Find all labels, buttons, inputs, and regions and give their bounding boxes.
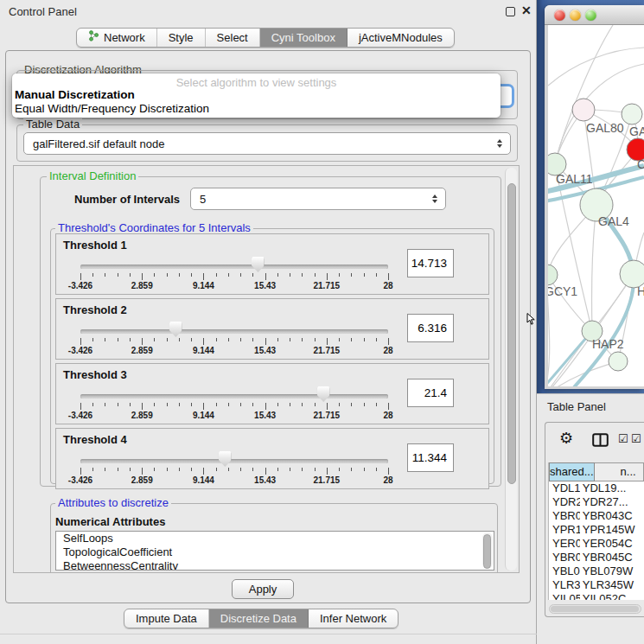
slider-thumb[interactable] (317, 386, 330, 402)
slider-tick (167, 403, 168, 406)
network-node[interactable] (572, 99, 595, 121)
threshold-value-field[interactable]: 11.344 (407, 443, 454, 472)
slider-tick (240, 468, 241, 471)
network-node[interactable] (548, 265, 558, 285)
table-row[interactable]: YER054CYER054C (549, 537, 644, 551)
cell-name[interactable]: YDL19... (580, 481, 644, 495)
network-node[interactable] (622, 104, 642, 124)
close-traffic-light-icon[interactable] (554, 10, 565, 21)
algorithm-option-equal-width[interactable]: Equal Width/Frequency Discretization (12, 102, 501, 116)
tab-discretize-data[interactable]: Discretize Data (209, 609, 309, 628)
slider-tick (277, 403, 278, 406)
cell-shared-name[interactable]: YDL19... (549, 481, 580, 495)
column-header-shared-name[interactable]: shared... (549, 462, 595, 481)
slider-thumb[interactable] (252, 257, 265, 272)
cell-shared-name[interactable]: YER054C (549, 537, 580, 551)
tab-impute-data[interactable]: Impute Data (124, 609, 209, 628)
split-columns-icon[interactable] (592, 433, 609, 450)
tab-select[interactable]: Select (206, 29, 260, 47)
table-row[interactable]: YBR043CYBR043C (549, 509, 644, 523)
num-intervals-value: 5 (200, 193, 206, 206)
settings-scrollbar-thumb[interactable] (507, 183, 516, 484)
slider-tick-label: -3.426 (68, 411, 92, 420)
gear-icon[interactable]: ⚙ (559, 430, 573, 446)
slider-tick (154, 338, 155, 341)
slider-tick-label: 15.43 (254, 346, 276, 355)
table-row[interactable]: YLR345WYLR345W (549, 578, 644, 592)
cell-name[interactable]: YBR045C (580, 551, 644, 564)
table-horizontal-scrollbar[interactable] (549, 604, 641, 614)
cell-name[interactable]: YPR145W (580, 523, 644, 537)
attributes-list-scrollbar[interactable] (482, 532, 493, 569)
slider-tick (277, 338, 278, 341)
tab-label: Select (217, 29, 248, 47)
algorithm-option-manual[interactable]: Manual Discretization (12, 88, 501, 102)
slider-tick (315, 403, 316, 406)
table-row[interactable]: YBR045CYBR045C (549, 551, 644, 564)
apply-button[interactable]: Apply (232, 579, 294, 599)
threshold-value-field[interactable]: 6.316 (407, 314, 454, 342)
network-node[interactable] (609, 352, 628, 371)
tab-cyni-toolbox[interactable]: Cyni Toolbox (260, 29, 348, 47)
cell-name[interactable]: YBR043C (580, 509, 644, 523)
cell-shared-name[interactable]: YDR27... (549, 495, 580, 509)
slider-tick (302, 468, 303, 471)
slider-tick-label: 21.715 (314, 346, 341, 355)
attribute-list-item[interactable]: BetweennessCentrality (56, 559, 494, 571)
threshold-value-field[interactable]: 14.713 (407, 249, 454, 277)
threshold-slider-track[interactable] (80, 329, 388, 334)
threshold-slider-track[interactable] (80, 459, 388, 463)
table-row[interactable]: YPR145WYPR145W (549, 523, 644, 537)
cell-name[interactable]: YIL052C (580, 592, 644, 600)
tab-jactivemnodules[interactable]: jActiveMNodules (348, 29, 454, 47)
table-row[interactable]: YBL079WYBL079W (549, 564, 644, 578)
cell-shared-name[interactable]: YBR045C (549, 551, 580, 564)
tab-infer-network[interactable]: Infer Network (309, 609, 398, 628)
cell-shared-name[interactable]: YIL052C (549, 592, 580, 600)
slider-tick (252, 403, 253, 406)
network-canvas[interactable]: GAL80GACGAL11GAL4GCY1HHAP2 (548, 25, 644, 386)
table-row[interactable]: YIL052CYIL052C (549, 592, 644, 600)
slider-tick-label: 2.859 (131, 281, 153, 290)
threshold-value-field[interactable]: 21.4 (407, 379, 454, 407)
table-row[interactable]: YDR27...YDR27... (549, 495, 644, 509)
slider-tick (364, 338, 365, 341)
tab-style[interactable]: Style (157, 29, 206, 47)
cell-name[interactable]: YLR345W (580, 578, 644, 592)
settings-scrollbar[interactable] (505, 168, 517, 571)
minimize-traffic-light-icon[interactable] (570, 10, 581, 21)
threshold-slider-track[interactable] (80, 394, 388, 399)
attribute-list-item[interactable]: SelfLoops (56, 532, 494, 545)
num-intervals-combobox[interactable]: 5 (190, 188, 446, 210)
algorithm-dropdown-popup: Select algorithm to view settings Manual… (12, 73, 501, 118)
slider-tick (92, 403, 93, 406)
panel-title: Control Panel (9, 5, 77, 18)
slider-thumb[interactable] (219, 451, 232, 467)
threshold-slider-track[interactable] (80, 265, 388, 269)
float-window-icon[interactable] (506, 7, 515, 16)
cell-name[interactable]: YBL079W (580, 564, 644, 578)
checkbox-icon[interactable]: ☑ (631, 433, 641, 444)
slider-tick (216, 468, 217, 471)
slider-tick (80, 468, 81, 475)
zoom-traffic-light-icon[interactable] (585, 10, 596, 21)
cell-name[interactable]: YER054C (580, 537, 644, 551)
cell-shared-name[interactable]: YBR043C (549, 509, 580, 523)
checkbox-icon[interactable]: ☑ (618, 433, 628, 444)
cell-shared-name[interactable]: YLR345W (549, 578, 580, 592)
cell-shared-name[interactable]: YPR145W (549, 523, 580, 537)
attribute-list-item[interactable]: TopologicalCoefficient (56, 545, 494, 559)
slider-tick (228, 338, 229, 341)
table-data-combobox[interactable]: galFiltered.sif default node (23, 132, 511, 155)
slider-tick (179, 468, 180, 471)
slider-thumb[interactable] (169, 322, 182, 337)
slider-tick (167, 338, 168, 341)
slider-tick (167, 468, 168, 471)
cell-name[interactable]: YDR27... (580, 495, 644, 509)
tab-network[interactable]: Network (77, 29, 157, 47)
table-row[interactable]: YDL19...YDL19... (549, 481, 644, 495)
close-icon[interactable]: ✕ (521, 3, 532, 17)
column-header-name[interactable]: n... (595, 462, 644, 481)
tab-label: jActiveMNodules (359, 29, 443, 47)
cell-shared-name[interactable]: YBL079W (549, 564, 580, 578)
